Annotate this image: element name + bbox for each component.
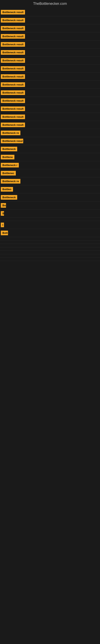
list-item: Bottleneck result — [0, 113, 100, 121]
list-item — [0, 244, 100, 247]
bottleneck-badge[interactable]: Bottleneck result — [1, 114, 25, 119]
bottleneck-badge[interactable]: Bo — [1, 203, 6, 208]
bottleneck-badge[interactable]: Bottleneck result — [1, 82, 25, 87]
list-item — [0, 254, 100, 258]
list-item: Bottleneck result — [0, 48, 100, 56]
list-item: Bottleneck resul — [0, 137, 100, 145]
bottleneck-badge[interactable]: Bottleneck — [1, 147, 17, 151]
list-item: Bottleneck result — [0, 8, 100, 16]
site-title-text: TheBottlenecker.com — [33, 2, 67, 6]
list-item — [0, 258, 100, 261]
bottleneck-badge[interactable]: Bottleneck result — [1, 90, 25, 95]
bottleneck-badge[interactable]: Bottleneck result — [1, 98, 25, 103]
bottleneck-badge[interactable]: Bottleneck result — [1, 66, 25, 71]
bottleneck-badge[interactable]: Bottleneck resul — [1, 139, 23, 143]
list-item: Bottleneck — [0, 194, 100, 202]
list-item: Bo — [0, 202, 100, 210]
list-item — [0, 240, 100, 244]
bottleneck-badge[interactable]: B — [1, 211, 4, 216]
site-title: TheBottlenecker.com — [0, 0, 100, 8]
list-item: Bottleneck result — [0, 56, 100, 64]
bottleneck-badge[interactable]: Bottleneck result — [1, 42, 25, 47]
list-item: Bottleneck result — [0, 40, 100, 48]
bottleneck-badge[interactable]: Bottleneck — [1, 195, 17, 200]
list-item — [0, 237, 100, 240]
list-item: Bottleneck result — [0, 64, 100, 73]
bottleneck-badge[interactable]: Bottleneck result — [1, 58, 25, 63]
list-item: Bottleneck result — [0, 24, 100, 32]
bottleneck-badge[interactable]: Bottlenec — [1, 171, 16, 176]
list-item — [0, 247, 100, 251]
bottleneck-badge[interactable]: Bottleneck re — [1, 130, 20, 135]
items-container: Bottleneck resultBottleneck resultBottle… — [0, 8, 100, 261]
bottleneck-badge[interactable]: Bottleneck result — [1, 74, 25, 79]
list-item: Bottlenec — [0, 169, 100, 177]
list-item: B — [0, 210, 100, 218]
bottleneck-badge[interactable]: Bottleneck result — [1, 10, 25, 14]
list-item: Bottleneck result — [0, 81, 100, 89]
list-item — [0, 218, 100, 221]
bottleneck-badge[interactable]: Bott — [1, 231, 8, 235]
bottleneck-badge[interactable]: Bottleneck re — [1, 179, 20, 184]
list-item: Bottleneck result — [0, 121, 100, 129]
bottleneck-badge[interactable]: Bottleneck result — [1, 34, 25, 39]
bottleneck-badge[interactable]: Bottleneck result — [1, 26, 25, 30]
list-item: Bottleneck result — [0, 97, 100, 105]
list-item: Bottleneck result — [0, 105, 100, 113]
list-item: Bottleneck result — [0, 16, 100, 24]
list-item: Bottleneck re — [0, 177, 100, 185]
bottleneck-badge[interactable]: I — [1, 222, 4, 227]
list-item: Bottleneck — [0, 145, 100, 153]
bottleneck-badge[interactable]: Bottlene — [1, 155, 14, 160]
list-item: Bottlen — [0, 185, 100, 194]
bottleneck-badge[interactable]: Bottleneck result — [1, 18, 25, 22]
list-item: Bottleneck result — [0, 32, 100, 40]
bottleneck-badge[interactable]: Bottleneck result — [1, 106, 25, 111]
list-item: Bottlene — [0, 153, 100, 161]
bottleneck-badge[interactable]: Bottlen — [1, 187, 13, 192]
list-item: Bott — [0, 229, 100, 237]
bottleneck-badge[interactable]: Bottleneck result — [1, 50, 25, 55]
list-item: Bottleneck re — [0, 129, 100, 137]
list-item: I — [0, 221, 100, 229]
bottleneck-badge[interactable]: Bottleneck result — [1, 122, 25, 127]
list-item: Bottleneck r — [0, 161, 100, 169]
bottleneck-badge[interactable]: Bottleneck r — [1, 163, 19, 168]
list-item — [0, 251, 100, 254]
list-item: Bottleneck result — [0, 73, 100, 81]
list-item: Bottleneck result — [0, 89, 100, 97]
